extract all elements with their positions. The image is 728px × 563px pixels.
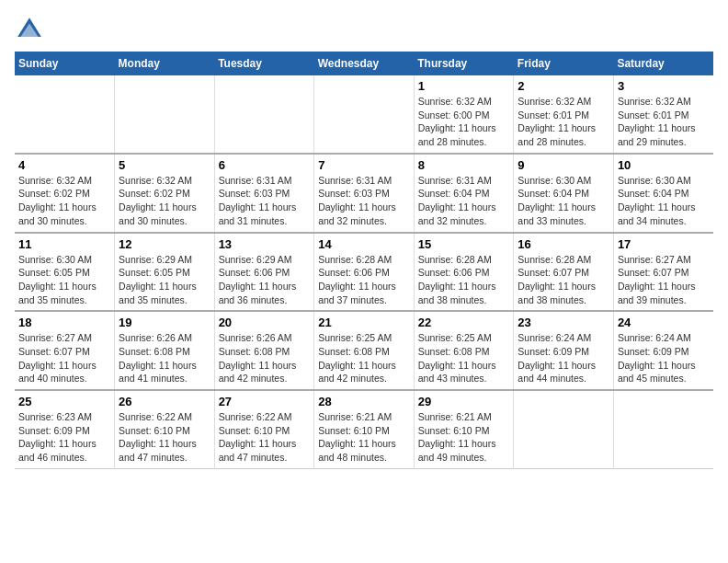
day-info: Sunrise: 6:28 AM Sunset: 6:07 PM Dayligh…	[518, 253, 609, 307]
day-cell	[314, 75, 415, 154]
day-cell: 26Sunrise: 6:22 AM Sunset: 6:10 PM Dayli…	[115, 390, 215, 468]
day-cell: 27Sunrise: 6:22 AM Sunset: 6:10 PM Dayli…	[214, 390, 314, 468]
day-cell: 20Sunrise: 6:26 AM Sunset: 6:08 PM Dayli…	[214, 311, 314, 390]
day-info: Sunrise: 6:32 AM Sunset: 6:02 PM Dayligh…	[18, 174, 110, 228]
header-row: SundayMondayTuesdayWednesdayThursdayFrid…	[15, 52, 713, 75]
day-number: 3	[618, 79, 710, 93]
day-info: Sunrise: 6:32 AM Sunset: 6:00 PM Dayligh…	[418, 95, 510, 149]
page-header	[15, 15, 713, 44]
calendar-body: 1Sunrise: 6:32 AM Sunset: 6:00 PM Daylig…	[15, 75, 713, 468]
day-info: Sunrise: 6:32 AM Sunset: 6:01 PM Dayligh…	[518, 95, 609, 149]
day-info: Sunrise: 6:32 AM Sunset: 6:01 PM Dayligh…	[618, 95, 710, 149]
day-number: 1	[418, 79, 510, 93]
day-number: 4	[18, 158, 110, 172]
day-number: 13	[219, 237, 311, 251]
day-cell: 7Sunrise: 6:31 AM Sunset: 6:03 PM Daylig…	[314, 154, 415, 233]
day-number: 26	[119, 395, 210, 408]
day-cell	[514, 390, 614, 468]
day-number: 29	[418, 395, 510, 408]
calendar-header: SundayMondayTuesdayWednesdayThursdayFrid…	[15, 52, 713, 75]
day-info: Sunrise: 6:24 AM Sunset: 6:09 PM Dayligh…	[518, 331, 609, 385]
day-cell	[15, 75, 115, 154]
day-info: Sunrise: 6:31 AM Sunset: 6:04 PM Dayligh…	[418, 174, 510, 228]
day-cell: 9Sunrise: 6:30 AM Sunset: 6:04 PM Daylig…	[514, 154, 614, 233]
week-row-4: 18Sunrise: 6:27 AM Sunset: 6:07 PM Dayli…	[15, 311, 713, 390]
day-info: Sunrise: 6:29 AM Sunset: 6:05 PM Dayligh…	[119, 253, 210, 307]
day-info: Sunrise: 6:21 AM Sunset: 6:10 PM Dayligh…	[418, 410, 510, 465]
day-info: Sunrise: 6:22 AM Sunset: 6:10 PM Dayligh…	[219, 410, 311, 465]
day-number: 23	[518, 316, 609, 329]
day-info: Sunrise: 6:30 AM Sunset: 6:04 PM Dayligh…	[618, 174, 710, 228]
day-number: 25	[18, 395, 110, 408]
day-info: Sunrise: 6:30 AM Sunset: 6:05 PM Dayligh…	[18, 253, 110, 307]
day-number: 17	[618, 237, 710, 251]
day-number: 24	[618, 316, 710, 329]
calendar-table: SundayMondayTuesdayWednesdayThursdayFrid…	[15, 52, 713, 469]
day-cell: 4Sunrise: 6:32 AM Sunset: 6:02 PM Daylig…	[15, 154, 115, 233]
day-cell	[214, 75, 314, 154]
day-cell: 2Sunrise: 6:32 AM Sunset: 6:01 PM Daylig…	[514, 75, 614, 154]
day-number: 10	[618, 158, 710, 172]
day-cell: 29Sunrise: 6:21 AM Sunset: 6:10 PM Dayli…	[414, 390, 514, 468]
day-cell: 13Sunrise: 6:29 AM Sunset: 6:06 PM Dayli…	[214, 233, 314, 312]
day-info: Sunrise: 6:29 AM Sunset: 6:06 PM Dayligh…	[219, 253, 311, 307]
day-cell: 12Sunrise: 6:29 AM Sunset: 6:05 PM Dayli…	[115, 233, 215, 312]
col-header-sunday: Sunday	[15, 52, 115, 75]
day-number: 8	[418, 158, 510, 172]
day-info: Sunrise: 6:31 AM Sunset: 6:03 PM Dayligh…	[318, 174, 410, 228]
day-cell: 24Sunrise: 6:24 AM Sunset: 6:09 PM Dayli…	[613, 311, 713, 390]
day-info: Sunrise: 6:25 AM Sunset: 6:08 PM Dayligh…	[418, 331, 510, 385]
day-cell: 23Sunrise: 6:24 AM Sunset: 6:09 PM Dayli…	[514, 311, 614, 390]
week-row-2: 4Sunrise: 6:32 AM Sunset: 6:02 PM Daylig…	[15, 154, 713, 233]
day-cell: 8Sunrise: 6:31 AM Sunset: 6:04 PM Daylig…	[414, 154, 514, 233]
day-number: 28	[318, 395, 410, 408]
day-number: 14	[318, 237, 410, 251]
day-info: Sunrise: 6:25 AM Sunset: 6:08 PM Dayligh…	[318, 331, 410, 385]
col-header-thursday: Thursday	[414, 52, 514, 75]
day-info: Sunrise: 6:22 AM Sunset: 6:10 PM Dayligh…	[119, 410, 210, 465]
logo-icon	[15, 15, 44, 44]
day-number: 2	[518, 79, 609, 93]
day-cell: 15Sunrise: 6:28 AM Sunset: 6:06 PM Dayli…	[414, 233, 514, 312]
day-cell: 28Sunrise: 6:21 AM Sunset: 6:10 PM Dayli…	[314, 390, 415, 468]
day-number: 19	[119, 316, 210, 329]
week-row-1: 1Sunrise: 6:32 AM Sunset: 6:00 PM Daylig…	[15, 75, 713, 154]
day-number: 15	[418, 237, 510, 251]
col-header-saturday: Saturday	[613, 52, 713, 75]
day-info: Sunrise: 6:24 AM Sunset: 6:09 PM Dayligh…	[618, 331, 710, 385]
day-number: 11	[18, 237, 110, 251]
day-info: Sunrise: 6:23 AM Sunset: 6:09 PM Dayligh…	[18, 410, 110, 465]
week-row-5: 25Sunrise: 6:23 AM Sunset: 6:09 PM Dayli…	[15, 390, 713, 468]
week-row-3: 11Sunrise: 6:30 AM Sunset: 6:05 PM Dayli…	[15, 233, 713, 312]
day-number: 12	[119, 237, 210, 251]
day-cell	[115, 75, 215, 154]
day-cell: 3Sunrise: 6:32 AM Sunset: 6:01 PM Daylig…	[613, 75, 713, 154]
day-cell: 5Sunrise: 6:32 AM Sunset: 6:02 PM Daylig…	[115, 154, 215, 233]
day-cell: 18Sunrise: 6:27 AM Sunset: 6:07 PM Dayli…	[15, 311, 115, 390]
day-cell: 16Sunrise: 6:28 AM Sunset: 6:07 PM Dayli…	[514, 233, 614, 312]
day-info: Sunrise: 6:32 AM Sunset: 6:02 PM Dayligh…	[119, 174, 210, 228]
day-cell	[613, 390, 713, 468]
day-info: Sunrise: 6:31 AM Sunset: 6:03 PM Dayligh…	[219, 174, 311, 228]
col-header-wednesday: Wednesday	[314, 52, 415, 75]
day-info: Sunrise: 6:28 AM Sunset: 6:06 PM Dayligh…	[318, 253, 410, 307]
day-cell: 19Sunrise: 6:26 AM Sunset: 6:08 PM Dayli…	[115, 311, 215, 390]
day-number: 27	[219, 395, 311, 408]
day-number: 9	[518, 158, 609, 172]
day-info: Sunrise: 6:27 AM Sunset: 6:07 PM Dayligh…	[618, 253, 710, 307]
day-number: 7	[318, 158, 410, 172]
logo	[15, 15, 48, 44]
col-header-monday: Monday	[115, 52, 215, 75]
col-header-tuesday: Tuesday	[214, 52, 314, 75]
day-info: Sunrise: 6:26 AM Sunset: 6:08 PM Dayligh…	[119, 331, 210, 385]
day-cell: 14Sunrise: 6:28 AM Sunset: 6:06 PM Dayli…	[314, 233, 415, 312]
day-cell: 25Sunrise: 6:23 AM Sunset: 6:09 PM Dayli…	[15, 390, 115, 468]
day-cell: 22Sunrise: 6:25 AM Sunset: 6:08 PM Dayli…	[414, 311, 514, 390]
day-number: 6	[219, 158, 311, 172]
day-cell: 6Sunrise: 6:31 AM Sunset: 6:03 PM Daylig…	[214, 154, 314, 233]
day-info: Sunrise: 6:30 AM Sunset: 6:04 PM Dayligh…	[518, 174, 609, 228]
day-cell: 17Sunrise: 6:27 AM Sunset: 6:07 PM Dayli…	[613, 233, 713, 312]
col-header-friday: Friday	[514, 52, 614, 75]
day-number: 21	[318, 316, 410, 329]
day-number: 5	[119, 158, 210, 172]
